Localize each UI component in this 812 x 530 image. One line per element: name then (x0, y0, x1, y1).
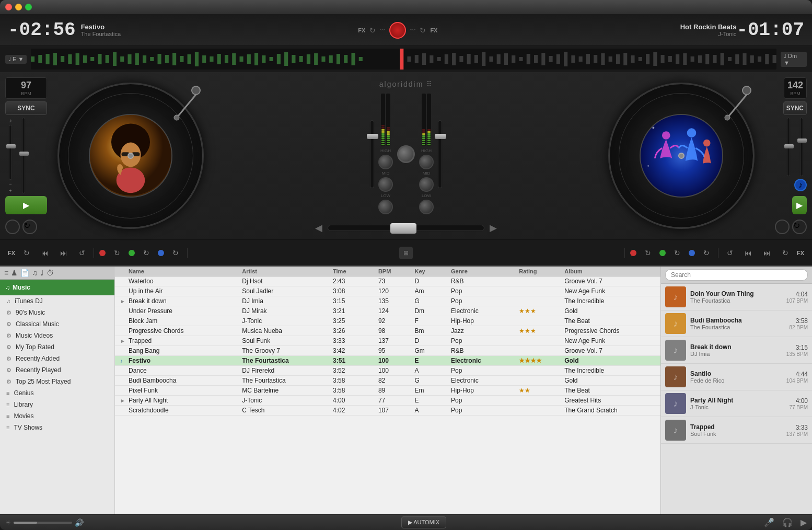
header-rating[interactable]: Rating (519, 268, 564, 274)
left-fader[interactable] (370, 120, 374, 188)
sidebar-item[interactable]: ⚙My Top Rated (0, 341, 114, 353)
table-row[interactable]: Bang Bang The Groovy 7 3:42 95 Gm R&B Gr… (115, 346, 660, 356)
master-gain-knob[interactable] (397, 145, 415, 163)
right-next-btn[interactable]: ⏭ (760, 247, 774, 259)
sidebar-item[interactable]: ≡Genius (0, 387, 114, 399)
sidebar-item[interactable]: ≡Library (0, 399, 114, 410)
table-row[interactable]: ► Trapped Soul Funk 3:33 137 D Pop New A… (115, 336, 660, 346)
left-volume-slider[interactable]: ♪ − + (5, 118, 16, 193)
sidebar-item[interactable]: ⚙Recently Added (0, 353, 114, 364)
left-loop-ctrl[interactable]: ↻ (20, 247, 33, 259)
right-fx-btn[interactable]: FX (797, 250, 804, 256)
sidebar-item[interactable]: ⚙Recently Played (0, 364, 114, 376)
right-mid-knob[interactable] (419, 177, 434, 192)
right-pitch-slider[interactable] (783, 118, 794, 176)
lib-icon-note[interactable]: ♩ (40, 269, 44, 277)
record-button[interactable] (389, 22, 406, 39)
left-dot-green[interactable] (129, 250, 135, 256)
right-cue-blue-button[interactable]: ♪ (794, 179, 807, 191)
close-button[interactable] (5, 4, 12, 10)
left-dot-green-loop[interactable]: ↻ (140, 247, 153, 259)
right-low-knob[interactable] (419, 200, 434, 214)
minimize-button[interactable] (15, 4, 22, 10)
left-dot-blue[interactable] (158, 250, 164, 256)
left-play-button[interactable]: ▶ (5, 196, 47, 214)
right-dot-blue-loop[interactable]: ↻ (700, 247, 713, 259)
left-high-knob[interactable] (378, 155, 393, 169)
right-dot-green[interactable] (659, 250, 666, 256)
left-dot-blue-loop[interactable]: ↻ (169, 247, 182, 259)
header-time[interactable]: Time (333, 268, 378, 274)
sidebar-item[interactable]: ⚙Classical Music (0, 318, 114, 330)
right-key-button[interactable]: ♩ Dm ▼ (781, 52, 807, 67)
crossfader-track[interactable] (328, 225, 484, 231)
left-mid-knob[interactable] (378, 177, 393, 192)
crossfader-right-arrow[interactable]: ▶ (490, 222, 497, 234)
play-status-icon[interactable]: ▶ (801, 517, 807, 527)
crossfader-knob[interactable] (390, 223, 416, 234)
right-volume-slider[interactable] (796, 118, 807, 176)
lib-icon-clock[interactable]: ⏱ (47, 269, 54, 277)
right-prev-btn[interactable]: ⏮ (741, 247, 755, 259)
sidebar-item[interactable]: ≡TV Shows (0, 422, 114, 433)
list-item[interactable]: ♪ Party All Night J-Tonic 4:00 77 BPM (661, 390, 812, 417)
right-sync-button[interactable]: SYNC (783, 101, 807, 115)
automix-button[interactable]: ▶ AUTOMIX (401, 516, 446, 528)
header-name[interactable]: Name (129, 268, 242, 274)
table-row[interactable]: Under Pressure DJ Mirak 3:21 124 Dm Elec… (115, 306, 660, 316)
right-repeat-btn[interactable]: ↺ (724, 247, 736, 259)
list-item[interactable]: ♪ Trapped Soul Funk 3:33 137 BPM (661, 417, 812, 444)
table-row[interactable]: Scratchdoodle C Tesch 4:02 107 A Pop The… (115, 406, 660, 416)
sidebar-item[interactable]: ≡Movies (0, 410, 114, 422)
left-sync-button[interactable]: SYNC (5, 101, 47, 115)
list-item[interactable]: ♪ Santilo Fede de Rico 4:44 104 BPM (661, 364, 812, 390)
left-dot-red[interactable] (99, 250, 106, 256)
brightness-track[interactable] (14, 522, 72, 524)
left-fx-btn[interactable]: FX (8, 250, 15, 256)
left-repeat-btn[interactable]: ↺ (76, 247, 88, 259)
left-cue-button[interactable] (5, 220, 20, 234)
sidebar-item[interactable]: ⚙90's Music (0, 307, 114, 318)
table-row[interactable]: Progressive Chords Musica Nueba 3:26 98 … (115, 326, 660, 336)
right-dot-blue[interactable] (689, 250, 695, 256)
right-dot-green-loop[interactable]: ↻ (671, 247, 683, 259)
table-row[interactable]: Dance DJ Firerekd 3:52 100 A Pop The Inc… (115, 366, 660, 376)
header-bpm[interactable]: BPM (378, 268, 415, 274)
right-dot-red[interactable] (630, 250, 636, 256)
list-item[interactable]: ♪ Break it down DJ Imia 3:15 135 BPM (661, 337, 812, 364)
lib-icon-person[interactable]: ♟ (11, 269, 18, 277)
list-item[interactable]: ♪ Doin Your Own Thing The Fourtastica 4:… (661, 284, 812, 310)
table-row[interactable]: ► Break it down DJ Imia 3:15 135 G Pop T… (115, 296, 660, 306)
left-next-btn[interactable]: ⏭ (57, 247, 71, 259)
table-row[interactable]: Pixel Funk MC Bartelme 3:58 89 Em Hip-Ho… (115, 386, 660, 396)
right-loop-ctrl[interactable]: ↻ (779, 247, 792, 259)
right-fx-label[interactable]: FX (430, 27, 437, 33)
lib-icon-book[interactable]: 📄 (20, 269, 29, 277)
mic-icon[interactable]: 🎤 (764, 517, 774, 527)
right-loop-icon[interactable]: ↻ (420, 26, 426, 34)
right-dot-loop[interactable]: ↻ (642, 247, 654, 259)
search-input[interactable] (665, 269, 808, 281)
table-row[interactable]: Block Jam J-Tonic 3:25 92 F Hip-Hop The … (115, 316, 660, 326)
list-item[interactable]: ♪ Budi Bamboocha The Fourtastica 3:58 82… (661, 310, 812, 337)
left-pitch-slider[interactable] (18, 118, 29, 193)
right-fader[interactable] (438, 120, 442, 188)
sidebar-item[interactable]: ⚙Music Videos (0, 330, 114, 341)
right-high-knob[interactable] (419, 155, 434, 169)
lib-icon-list[interactable]: ≡ (4, 269, 8, 277)
right-play-button[interactable]: ▶ (792, 196, 807, 214)
right-loop-button[interactable]: ↻ (792, 220, 807, 234)
header-album[interactable]: Album (564, 268, 655, 274)
maximize-button[interactable] (25, 4, 32, 10)
table-row[interactable]: Budi Bamboocha The Fourtastica 3:58 82 G… (115, 376, 660, 386)
left-loop-icon[interactable]: ↻ (369, 26, 376, 34)
table-row[interactable]: Up in the Air Soul Jadler 3:08 120 Am Po… (115, 286, 660, 296)
lib-icon-music[interactable]: ♫ (32, 269, 38, 277)
table-row[interactable]: ♪ Festivo The Fourtastica 3:51 100 E Ele… (115, 356, 660, 366)
headphone-icon[interactable]: 🎧 (782, 517, 793, 527)
table-row[interactable]: Waterloo Dj Hsot 2:43 73 D R&B Groove Vo… (115, 276, 660, 286)
crossfader-left-arrow[interactable]: ◀ (315, 222, 322, 234)
left-waveform[interactable]: // inline generation won't work, use sta… (31, 49, 776, 70)
left-fx-label[interactable]: FX (358, 27, 365, 33)
table-row[interactable]: ► Party All Night J-Tonic 4:00 77 E Pop … (115, 396, 660, 406)
